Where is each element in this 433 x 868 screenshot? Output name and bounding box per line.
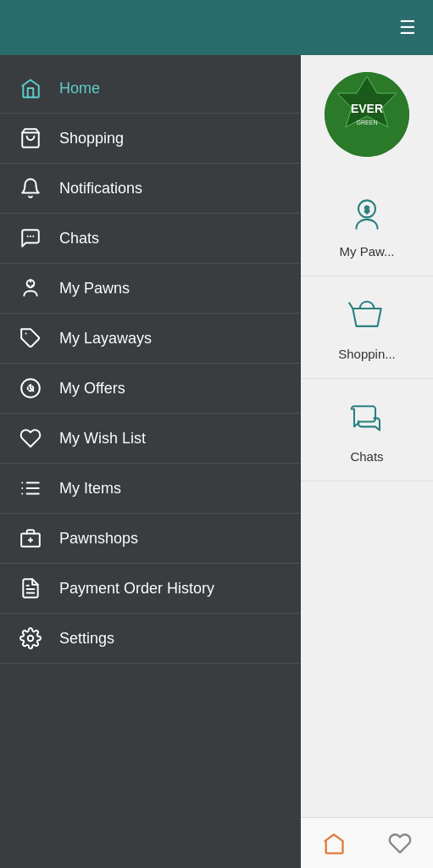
right-panel: EVER GREEN $ My Paw...	[301, 55, 433, 868]
home-icon	[17, 77, 44, 99]
list-icon	[17, 477, 44, 499]
svg-point-3	[32, 236, 34, 237]
app-logo: EVER GREEN	[325, 72, 409, 157]
sidebar-item-chats[interactable]: Chats	[0, 214, 301, 264]
main-layout: Home Shopping Notifications Chats	[0, 55, 433, 868]
sidebar-item-pawnshops[interactable]: Pawnshops	[0, 514, 301, 564]
svg-point-20	[28, 636, 34, 642]
gear-icon	[17, 627, 44, 649]
tag-icon	[17, 327, 44, 349]
offer-icon	[17, 377, 44, 399]
sidebar-item-my-items[interactable]: My Items	[0, 464, 301, 514]
svg-text:GREEN: GREEN	[357, 120, 378, 125]
bottom-bar	[301, 817, 433, 868]
my-pawns-right-icon: $	[344, 191, 391, 237]
bottom-secondary-icon[interactable]	[388, 832, 412, 855]
right-menu-item-chats-label: Chats	[350, 449, 383, 464]
svg-text:$: $	[364, 204, 369, 214]
sidebar-item-payment-order-history[interactable]: Payment Order History	[0, 564, 301, 614]
right-menu-item-my-pawns-label: My Paw...	[339, 244, 394, 259]
sidebar-item-my-wish-list-label: My Wish List	[59, 430, 146, 448]
sidebar-item-settings[interactable]: Settings	[0, 614, 301, 664]
sidebar-item-my-offers-label: My Offers	[59, 380, 125, 398]
logo-section: EVER GREEN	[301, 55, 433, 174]
svg-point-1	[27, 236, 29, 237]
svg-line-27	[349, 303, 353, 309]
sidebar-item-home[interactable]: Home	[0, 64, 301, 114]
sidebar-item-shopping-label: Shopping	[59, 130, 124, 147]
sidebar-item-chats-label: Chats	[59, 230, 99, 248]
sidebar-item-payment-order-history-label: Payment Order History	[59, 580, 214, 598]
sidebar-item-home-label: Home	[59, 80, 100, 97]
svg-text:EVER: EVER	[351, 102, 383, 115]
sidebar-item-shopping[interactable]: Shopping	[0, 114, 301, 164]
heart-icon	[17, 427, 44, 449]
sidebar: Home Shopping Notifications Chats	[0, 55, 301, 868]
chat-icon	[17, 227, 44, 249]
shopping-bag-icon	[17, 127, 44, 149]
sidebar-item-notifications[interactable]: Notifications	[0, 164, 301, 214]
right-menu-item-shopping-label: Shoppin...	[338, 347, 396, 361]
svg-point-2	[30, 236, 31, 237]
receipt-icon	[17, 577, 44, 599]
bottom-home-icon[interactable]	[322, 832, 346, 855]
bell-icon	[17, 177, 44, 199]
sidebar-item-my-pawns-label: My Pawns	[59, 280, 130, 298]
sidebar-item-my-layaways-label: My Layaways	[59, 330, 152, 348]
sidebar-item-my-layaways[interactable]: My Layaways	[0, 314, 301, 364]
right-menu-item-my-pawns[interactable]: $ My Paw...	[301, 174, 433, 276]
store-icon	[17, 527, 44, 549]
sidebar-item-my-pawns[interactable]: My Pawns	[0, 264, 301, 314]
sidebar-item-notifications-label: Notifications	[59, 180, 142, 198]
sidebar-item-my-offers[interactable]: My Offers	[0, 364, 301, 414]
top-bar: ☰	[0, 0, 433, 55]
sidebar-item-my-wish-list[interactable]: My Wish List	[0, 414, 301, 464]
chats-right-icon	[344, 396, 391, 442]
sidebar-item-pawnshops-label: Pawnshops	[59, 530, 138, 548]
hamburger-icon[interactable]: ☰	[399, 17, 416, 39]
right-menu-item-chats[interactable]: Chats	[301, 379, 433, 481]
sidebar-item-settings-label: Settings	[59, 630, 114, 648]
hand-coin-icon	[17, 277, 44, 299]
right-menu-item-shopping[interactable]: Shoppin...	[301, 276, 433, 379]
sidebar-item-my-items-label: My Items	[59, 480, 121, 498]
shopping-right-icon	[344, 293, 391, 340]
